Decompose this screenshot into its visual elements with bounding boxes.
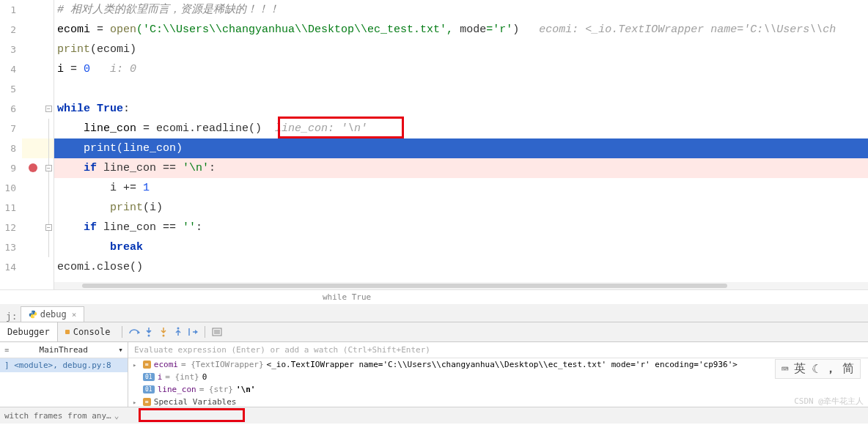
step-into-my-code-icon[interactable] <box>156 325 171 339</box>
step-into-icon[interactable] <box>141 325 156 339</box>
fold-toggle-icon[interactable]: − <box>45 224 52 231</box>
svg-point-0 <box>32 311 32 312</box>
comment-text: # 相对人类的欲望而言，资源是稀缺的！！！ <box>57 4 279 16</box>
debug-tab-label: debug <box>40 309 67 319</box>
svg-point-1 <box>34 317 34 317</box>
var-type-badge: 01 <box>143 385 155 393</box>
variable-row[interactable]: 01 line_con = {str} '\n' <box>128 383 868 396</box>
threads-panel: ≡ MainThread ▾ ] <module>, debug.py:8 <box>0 342 128 407</box>
chevron-down-icon: ▾ <box>118 345 123 355</box>
console-subtab[interactable]: Console <box>58 322 118 341</box>
stack-frame[interactable]: ] <module>, debug.py:8 <box>0 358 128 372</box>
caret-right-icon[interactable]: ▸ <box>133 361 140 369</box>
execution-line: print(line_con) <box>54 138 868 158</box>
run-to-cursor-icon[interactable] <box>185 325 200 339</box>
watermark-text: CSDN @牵牛花主人 <box>794 396 864 407</box>
fold-toggle-icon[interactable]: − <box>45 165 52 171</box>
moon-icon: ☾ <box>812 362 819 376</box>
svg-point-2 <box>148 335 150 337</box>
caret-right-icon[interactable]: ▸ <box>133 399 140 406</box>
code-editor[interactable]: 1 2 3 4 5 6 7 8 9 10 11 12 13 14 − − − #… <box>0 0 868 289</box>
status-text: witch frames from any… <box>4 411 111 421</box>
debugger-subtab[interactable]: Debugger <box>0 322 58 341</box>
debug-body: ≡ MainThread ▾ ] <module>, debug.py:8 Ev… <box>0 342 868 407</box>
thread-selector[interactable]: ≡ MainThread ▾ <box>0 342 128 358</box>
step-out-icon[interactable] <box>171 325 185 339</box>
debug-toolbar: Debugger Console <box>0 322 868 342</box>
python-icon <box>29 310 37 319</box>
fold-gutter[interactable]: − − − <box>44 0 54 289</box>
close-icon[interactable]: × <box>72 310 77 319</box>
console-dot-icon <box>65 330 70 334</box>
breadcrumb[interactable]: while True <box>0 289 868 304</box>
breakpoint-gutter[interactable] <box>22 0 44 289</box>
code-text[interactable]: # 相对人类的欲望而言，资源是稀缺的！！！ ecomi = open('C:\\… <box>54 0 868 289</box>
evaluate-expression-icon[interactable] <box>210 325 224 339</box>
ime-indicator[interactable]: ⌨ 英 ☾ ， 简 <box>775 359 861 379</box>
variable-row[interactable]: 01 i = {int} 0 <box>128 371 868 383</box>
horizontal-scrollbar[interactable] <box>54 282 868 289</box>
inlay-hint: ecomi: <_io.TextIOWrapper name='C:\\User… <box>519 23 836 36</box>
chevron-down-icon[interactable]: ⌄ <box>114 411 119 421</box>
variables-panel: Evaluate expression (Enter) or add a wat… <box>128 342 868 407</box>
debug-tool-window-tabs: j: debug × <box>0 304 868 322</box>
var-type-badge: 01 <box>143 373 155 381</box>
breakpoint-line: if line_con == '\n': <box>54 158 868 178</box>
threads-icon: ≡ <box>4 346 9 354</box>
svg-point-3 <box>163 335 165 337</box>
step-over-icon[interactable] <box>127 325 141 339</box>
keyboard-icon: ⌨ <box>781 362 789 376</box>
status-bar: witch frames from any… ⌄ <box>0 407 868 424</box>
breakpoint-dot-icon[interactable] <box>29 163 37 172</box>
inlay-hint: i: 0 <box>90 63 136 75</box>
special-variables-row[interactable]: ▸ ≡ Special Variables <box>128 396 868 408</box>
watch-expression-input[interactable]: Evaluate expression (Enter) or add a wat… <box>128 342 868 358</box>
line-number-gutter: 1 2 3 4 5 6 7 8 9 10 11 12 13 14 <box>0 0 22 289</box>
inlay-hint: line_con: '\n' <box>262 122 367 135</box>
run-label: j: <box>3 311 21 322</box>
var-type-badge: ≡ <box>143 398 151 406</box>
svg-point-4 <box>177 328 180 330</box>
fold-toggle-icon[interactable]: − <box>45 106 52 112</box>
var-type-badge: ≡ <box>143 361 151 369</box>
debug-tab[interactable]: debug × <box>21 306 85 322</box>
variable-row[interactable]: ▸ ≡ ecomi = {TextIOWrapper} <_io.TextIOW… <box>128 358 868 371</box>
